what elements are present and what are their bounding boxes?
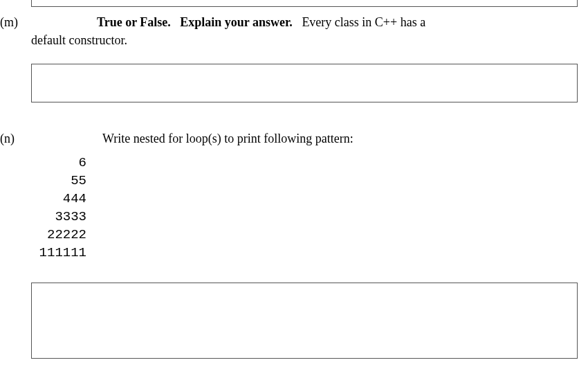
pattern-output: 6 55 444 3333 22222 111111 bbox=[28, 154, 86, 262]
pattern-line-1: 6 bbox=[28, 154, 86, 172]
question-m-bold2: Explain your answer. bbox=[180, 15, 293, 29]
question-m-prompt-line1: True or False. Explain your answer. Ever… bbox=[97, 15, 581, 30]
question-m-label: (m) bbox=[0, 15, 18, 30]
pattern-line-2: 55 bbox=[28, 172, 86, 190]
question-m-text1: Every class in C++ has a bbox=[302, 15, 425, 29]
question-m-prompt-line2: default constructor. bbox=[31, 33, 127, 48]
answer-box-m[interactable] bbox=[31, 64, 578, 102]
answer-box-n[interactable] bbox=[31, 283, 578, 359]
pattern-line-6: 111111 bbox=[28, 244, 86, 262]
previous-answer-box-partial[interactable] bbox=[31, 0, 578, 7]
question-n-prompt: Write nested for loop(s) to print follow… bbox=[102, 132, 353, 146]
pattern-line-3: 444 bbox=[28, 190, 86, 208]
question-n-label: (n) bbox=[0, 132, 15, 146]
pattern-line-4: 3333 bbox=[28, 208, 86, 226]
question-m-bold1: True or False. bbox=[97, 15, 171, 29]
pattern-line-5: 22222 bbox=[28, 226, 86, 244]
